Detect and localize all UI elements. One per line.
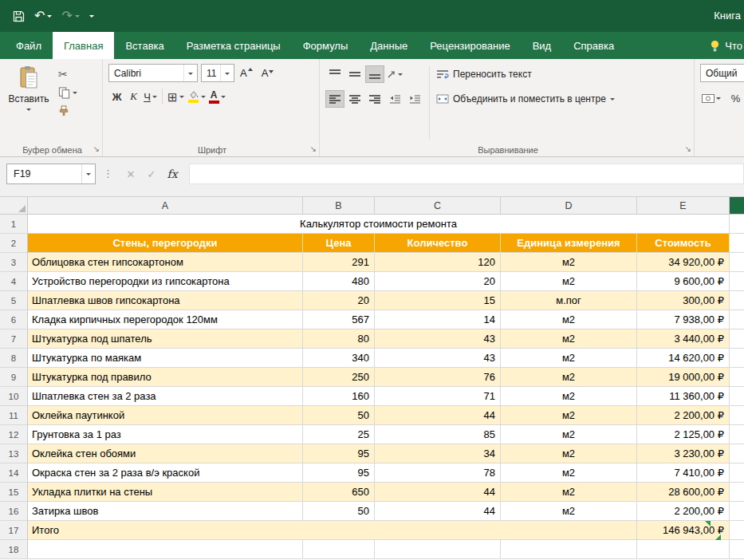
undo-button[interactable]: ↶ xyxy=(34,10,52,22)
align-top-button[interactable] xyxy=(325,65,344,83)
cell-D11[interactable]: м2 xyxy=(501,406,637,425)
cell-A10[interactable]: Шпатлевка стен за 2 раза xyxy=(28,387,303,406)
cell-C4[interactable]: 20 xyxy=(375,272,501,291)
cell-D14[interactable]: м2 xyxy=(501,463,637,483)
cell-E2[interactable]: Стоимость xyxy=(637,234,730,253)
cell-A6[interactable]: Кладка кирпичных перегородок 120мм xyxy=(28,310,303,329)
align-right-button[interactable] xyxy=(365,90,384,108)
decrease-font-size-button[interactable]: А xyxy=(258,65,278,81)
cell-A2[interactable]: Стены, перегородки xyxy=(28,234,303,253)
select-all-button[interactable] xyxy=(0,197,28,214)
cell-C10[interactable]: 71 xyxy=(375,387,501,406)
sheet-row-1-header[interactable]: 1 xyxy=(0,215,28,234)
ribbon-tab-6[interactable]: Рецензирование xyxy=(419,32,521,59)
copy-button[interactable] xyxy=(58,86,77,99)
cell-D2[interactable]: Единица измерения xyxy=(501,234,637,253)
cut-button[interactable]: ✂ xyxy=(58,68,77,81)
confirm-entry-button[interactable]: ✓ xyxy=(141,164,162,184)
cell-F8[interactable] xyxy=(730,349,744,368)
sheet-row-3-header[interactable]: 3 xyxy=(0,253,28,272)
sheet-row-15-header[interactable]: 15 xyxy=(0,483,28,502)
ribbon-tab-7[interactable]: Вид xyxy=(522,32,563,59)
cell-F6[interactable] xyxy=(730,310,744,329)
cell-D15[interactable]: м2 xyxy=(501,483,637,502)
cell-E18[interactable] xyxy=(637,540,730,559)
sheet-row-11-header[interactable]: 11 xyxy=(0,406,28,425)
underline-button[interactable]: Ч xyxy=(142,88,159,105)
cell-F7[interactable] xyxy=(730,329,744,349)
column-header-B[interactable]: B xyxy=(303,197,375,214)
formula-bar-splitter[interactable]: ⋮ xyxy=(103,168,113,179)
sheet-row-16-header[interactable]: 16 xyxy=(0,502,28,521)
cell-D5[interactable]: м.пог xyxy=(501,291,637,310)
cell-A18[interactable] xyxy=(28,540,303,559)
wrap-text-button[interactable]: Переносить текст xyxy=(436,65,615,83)
orientation-button[interactable] xyxy=(385,65,404,83)
sheet-row-8-header[interactable]: 8 xyxy=(0,349,28,368)
customize-qat-button[interactable] xyxy=(89,14,94,18)
cell-F11[interactable] xyxy=(730,406,744,425)
decrease-indent-button[interactable] xyxy=(385,90,404,108)
column-header-A[interactable]: A xyxy=(28,197,303,214)
cell-D8[interactable]: м2 xyxy=(501,349,637,368)
cell-B9[interactable]: 250 xyxy=(303,368,375,387)
increase-indent-button[interactable] xyxy=(405,90,424,108)
cell-C3[interactable]: 120 xyxy=(375,253,501,272)
cell-C16[interactable]: 44 xyxy=(375,502,501,521)
italic-button[interactable]: К xyxy=(125,88,142,105)
cell-D4[interactable]: м2 xyxy=(501,272,637,291)
cell-B8[interactable]: 340 xyxy=(303,349,375,368)
cell-D3[interactable]: м2 xyxy=(501,253,637,272)
cell-D6[interactable]: м2 xyxy=(501,310,637,329)
cell-D13[interactable]: м2 xyxy=(501,444,637,463)
cell-F2[interactable] xyxy=(730,234,744,253)
align-middle-button[interactable] xyxy=(345,65,364,83)
cell-C12[interactable]: 85 xyxy=(375,425,501,444)
ribbon-tab-2[interactable]: Вставка xyxy=(114,32,175,59)
percent-format-button[interactable]: % xyxy=(727,89,744,107)
cell-A9[interactable]: Штукатурка под правило xyxy=(28,368,303,387)
cell-F16[interactable] xyxy=(730,502,744,521)
cell-F1[interactable] xyxy=(730,215,744,234)
cell-B3[interactable]: 291 xyxy=(303,253,375,272)
sheet-row-7-header[interactable]: 7 xyxy=(0,329,28,349)
sheet-row-13-header[interactable]: 13 xyxy=(0,444,28,463)
ribbon-tab-3[interactable]: Разметка страницы xyxy=(175,32,292,59)
format-painter-button[interactable] xyxy=(58,105,77,117)
cell-E3[interactable]: 34 920,00 ₽ xyxy=(637,253,730,272)
cell-C13[interactable]: 34 xyxy=(375,444,501,463)
paste-button[interactable]: Вставить xyxy=(6,61,52,112)
cell-B14[interactable]: 95 xyxy=(303,463,375,483)
sheet-row-18-header[interactable]: 18 xyxy=(0,540,28,559)
cell-E13[interactable]: 3 230,00 ₽ xyxy=(637,444,730,463)
align-bottom-button[interactable] xyxy=(365,65,384,83)
cell-E5[interactable]: 300,00 ₽ xyxy=(637,291,730,310)
cell-C15[interactable]: 44 xyxy=(375,483,501,502)
cell-B11[interactable]: 50 xyxy=(303,406,375,425)
sheet-row-2-header[interactable]: 2 xyxy=(0,234,28,253)
ribbon-tab-8[interactable]: Справка xyxy=(562,32,625,59)
cell-F4[interactable] xyxy=(730,272,744,291)
cell-E4[interactable]: 9 600,00 ₽ xyxy=(637,272,730,291)
cell-A15[interactable]: Укладка плитки на стены xyxy=(28,483,303,502)
cell-A13[interactable]: Оклейка стен обоями xyxy=(28,444,303,463)
column-header-C[interactable]: C xyxy=(375,197,501,214)
cell-C7[interactable]: 43 xyxy=(375,329,501,349)
sheet-row-9-header[interactable]: 9 xyxy=(0,368,28,387)
cell-F5[interactable] xyxy=(730,291,744,310)
cell-B16[interactable]: 50 xyxy=(303,502,375,521)
font-dialog-launcher[interactable]: ↘ xyxy=(310,145,317,153)
cell-B6[interactable]: 567 xyxy=(303,310,375,329)
alignment-dialog-launcher[interactable]: ↘ xyxy=(685,145,691,153)
cell-F3[interactable] xyxy=(730,253,744,272)
cell-A17-merged-total[interactable]: Итого xyxy=(28,521,637,540)
cell-E7[interactable]: 3 440,00 ₽ xyxy=(637,329,730,349)
cell-D10[interactable]: м2 xyxy=(501,387,637,406)
cancel-entry-button[interactable]: ✕ xyxy=(120,164,141,184)
name-box[interactable]: F19 xyxy=(6,164,96,184)
cell-F9[interactable] xyxy=(730,368,744,387)
sheet-row-5-header[interactable]: 5 xyxy=(0,291,28,310)
cell-B2[interactable]: Цена xyxy=(303,234,375,253)
align-center-button[interactable] xyxy=(345,90,364,108)
cell-E6[interactable]: 7 938,00 ₽ xyxy=(637,310,730,329)
